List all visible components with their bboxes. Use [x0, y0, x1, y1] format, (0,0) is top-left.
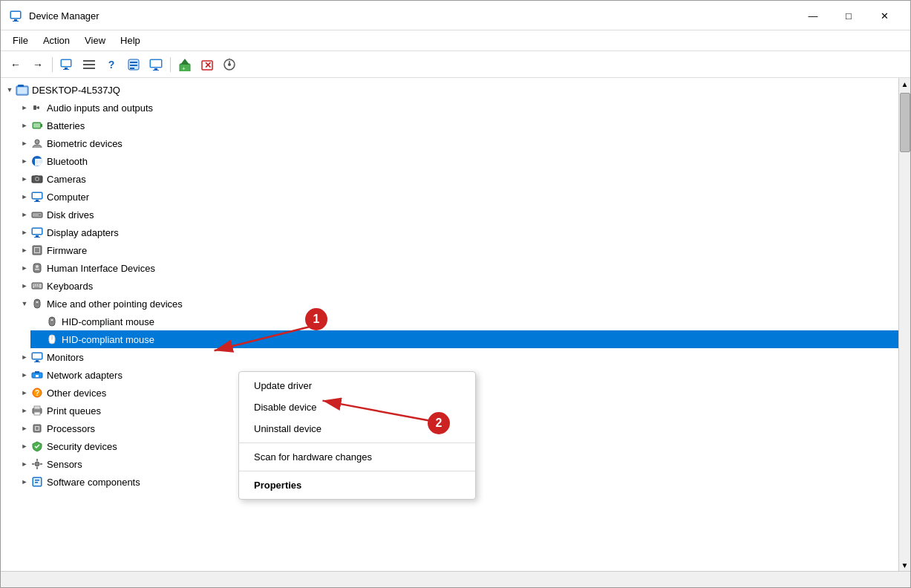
bluetooth-label: Bluetooth — [47, 156, 88, 167]
tree-item-disk[interactable]: ► Disk drives — [16, 206, 898, 223]
add-driver-button[interactable]: + — [174, 55, 195, 74]
back-button[interactable]: ← — [5, 55, 26, 74]
bluetooth-toggle[interactable]: ► — [19, 155, 30, 167]
svg-point-66 — [36, 301, 39, 304]
vertical-scrollbar[interactable]: ▲ ▼ — [898, 78, 910, 571]
svg-rect-6 — [65, 68, 68, 69]
security-label: Security devices — [47, 441, 117, 452]
tree-item-display[interactable]: ► Display adapters — [16, 223, 898, 241]
biometric-toggle[interactable]: ► — [19, 137, 30, 149]
svg-point-39 — [36, 178, 39, 180]
svg-point-34 — [35, 140, 39, 144]
svg-rect-1 — [14, 19, 17, 21]
tree-item-audio[interactable]: ► Audio inputs and outputs — [16, 99, 898, 117]
title-left: Device Manager — [10, 10, 99, 23]
firmware-icon — [30, 244, 44, 257]
network-icon — [30, 368, 44, 382]
batteries-toggle[interactable]: ► — [19, 120, 30, 131]
root-toggle[interactable]: ▼ — [4, 84, 16, 96]
software-toggle[interactable]: ► — [19, 476, 30, 488]
disk-label: Disk drives — [47, 209, 94, 220]
svg-point-72 — [51, 337, 53, 339]
tree-item-batteries[interactable]: ► Batteries — [16, 117, 898, 134]
computer-toggle[interactable]: ► — [19, 191, 30, 203]
audio-toggle[interactable]: ► — [19, 102, 30, 114]
svg-rect-57 — [35, 269, 39, 270]
firmware-toggle[interactable]: ► — [19, 244, 30, 256]
svg-rect-5 — [62, 60, 71, 66]
tree-item-cameras[interactable]: ► Cameras — [16, 170, 898, 188]
svg-rect-60 — [33, 284, 35, 286]
resource-button[interactable] — [123, 55, 144, 74]
scroll-up-arrow[interactable]: ▲ — [899, 78, 911, 90]
svg-rect-62 — [38, 284, 39, 286]
help-button[interactable]: ? — [101, 55, 122, 74]
svg-rect-51 — [34, 237, 40, 238]
svg-point-25 — [228, 63, 231, 66]
security-toggle[interactable]: ► — [19, 440, 30, 452]
other-toggle[interactable]: ► — [19, 387, 30, 399]
remove-driver-button[interactable]: ✕ — [197, 55, 218, 74]
network-toggle[interactable]: ► — [19, 369, 30, 381]
svg-text:?: ? — [35, 389, 39, 397]
svg-rect-3 — [11, 12, 20, 18]
menu-help[interactable]: Help — [114, 33, 146, 48]
menu-view[interactable]: View — [79, 33, 111, 48]
svg-rect-9 — [83, 64, 95, 65]
tree-item-mouse1[interactable]: ► HID-compliant mouse — [30, 313, 898, 330]
svg-rect-13 — [130, 65, 137, 66]
tree-root[interactable]: ▼ DESKTOP-4L537JQ — [1, 81, 898, 99]
forward-button[interactable]: → — [27, 55, 48, 74]
minimize-button[interactable]: — — [796, 5, 830, 27]
processors-toggle[interactable]: ► — [19, 422, 30, 434]
tree-item-mouse2[interactable]: ► HID-compliant mouse — [30, 330, 898, 348]
hid-toggle[interactable]: ► — [19, 262, 30, 274]
tree-item-hid[interactable]: ► Human Interface Devices — [16, 259, 898, 277]
toolbar-separator-2 — [170, 57, 171, 72]
scroll-thumb[interactable] — [900, 93, 910, 152]
cameras-toggle[interactable]: ► — [19, 173, 30, 185]
tree-item-monitors[interactable]: ► Monitors — [16, 348, 898, 366]
tree-item-keyboards[interactable]: ► Keyboards — [16, 277, 898, 295]
svg-rect-7 — [63, 69, 69, 70]
keyboards-toggle[interactable]: ► — [19, 280, 30, 292]
print-toggle[interactable]: ► — [19, 405, 30, 416]
tree-item-biometric[interactable]: ► Biometric devices — [16, 134, 898, 152]
computer-view-button[interactable] — [56, 55, 77, 74]
svg-rect-47 — [39, 215, 41, 215]
monitor-button[interactable] — [146, 55, 166, 74]
svg-rect-74 — [33, 353, 42, 359]
maximize-button[interactable]: □ — [832, 5, 866, 27]
tree-item-computer[interactable]: ► Computer — [16, 188, 898, 206]
tree-panel[interactable]: ▼ DESKTOP-4L537JQ ► Audio inputs and out… — [1, 78, 898, 571]
svg-rect-78 — [35, 371, 39, 373]
tree-item-mice[interactable]: ▼ Mice and other pointing devices — [16, 295, 898, 313]
ctx-update-driver[interactable]: Update driver — [239, 375, 475, 396]
ctx-scan-hardware[interactable]: Scan for hardware changes — [239, 446, 475, 468]
svg-rect-44 — [34, 201, 40, 202]
sensors-toggle[interactable]: ► — [19, 458, 30, 470]
context-menu: Update driver Disable device Uninstall d… — [238, 371, 476, 500]
svg-rect-16 — [151, 60, 161, 67]
display-toggle[interactable]: ► — [19, 226, 30, 238]
disk-toggle[interactable]: ► — [19, 209, 30, 220]
scan-button[interactable] — [219, 55, 240, 74]
tree-item-bluetooth[interactable]: ► ▩ Bluetooth — [16, 152, 898, 170]
svg-rect-83 — [34, 406, 40, 409]
other-label: Other devices — [47, 388, 106, 399]
close-button[interactable]: ✕ — [867, 5, 901, 27]
svg-rect-50 — [36, 235, 39, 237]
mouse1-icon — [45, 315, 59, 328]
monitors-toggle[interactable]: ► — [19, 351, 30, 363]
list-button[interactable] — [79, 55, 99, 74]
menu-file[interactable]: File — [7, 33, 34, 48]
scroll-down-arrow[interactable]: ▼ — [899, 559, 911, 571]
software-label: Software components — [47, 477, 140, 488]
svg-rect-32 — [41, 124, 42, 127]
tree-item-firmware[interactable]: ► Firmware — [16, 241, 898, 259]
menu-action[interactable]: Action — [37, 33, 76, 48]
bluetooth-icon: ▩ — [30, 154, 44, 168]
batteries-icon — [30, 119, 44, 132]
mice-toggle[interactable]: ▼ — [19, 298, 30, 310]
ctx-properties[interactable]: Properties — [239, 474, 475, 496]
